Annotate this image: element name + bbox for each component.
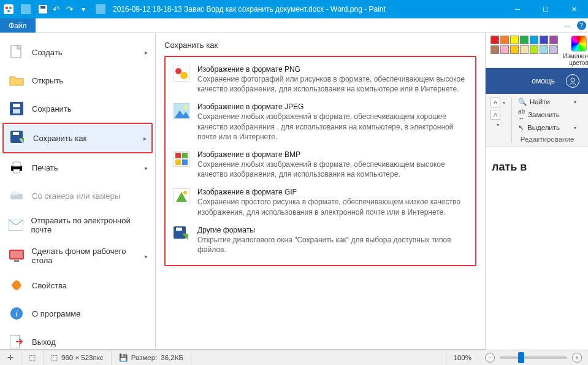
maximize-button[interactable]: ☐: [532, 0, 560, 18]
account-icon[interactable]: [566, 74, 579, 88]
editing-group: 🔍Найти▾ ab↔Заменить ↖Выделить▾ Редактиро…: [518, 98, 576, 143]
close-button[interactable]: ✕: [560, 0, 588, 18]
menu-scanner-label: Со сканера или камеры: [32, 191, 120, 201]
menu-email[interactable]: Отправить по электронной почте: [2, 210, 153, 240]
svg-rect-17: [12, 191, 18, 195]
ribbon-tab-row: Файл ︿ ?: [0, 18, 588, 33]
qat-undo-icon[interactable]: ↶: [52, 4, 61, 14]
menu-save[interactable]: Сохранить: [2, 94, 153, 123]
color-swatch[interactable]: [491, 45, 499, 54]
file-menu-right: Сохранить как Изображение в формате PNGС…: [156, 33, 485, 349]
edit-colors-button[interactable]: Изменение цветов: [563, 36, 588, 66]
window-title: 2016-09-12 18-18-13 Завис Ворд как сохра…: [109, 5, 503, 13]
select-icon: ↖: [518, 123, 524, 132]
exit-icon: [9, 334, 25, 350]
menu-desktop[interactable]: Сделать фоном рабочего стола ▸: [2, 240, 153, 271]
saveas-jpeg[interactable]: Изображение в формате JPEGСохранение люб…: [170, 98, 470, 146]
zoom-slider[interactable]: [500, 356, 567, 359]
right-panel: Изменение цветов омощь A▾ A ▾ 🔍Найти▾ ab…: [486, 33, 588, 350]
saveas-icon: [10, 130, 26, 146]
menu-saveas[interactable]: Сохранить как ▸: [2, 123, 153, 153]
png-icon: [173, 65, 190, 82]
word-ribbon-strip: омощь: [486, 68, 588, 94]
saveas-png[interactable]: Изображение в формате PNGСохранение фото…: [170, 61, 470, 98]
svg-point-38: [183, 191, 187, 194]
select-button[interactable]: ↖Выделить▾: [518, 123, 576, 132]
file-menu-left: Создать ▸ Открыть Сохранить Сохранить ка…: [0, 33, 156, 349]
qat-redo-icon[interactable]: ↷: [65, 4, 75, 14]
find-button[interactable]: 🔍Найти▾: [518, 98, 576, 106]
svg-rect-34: [175, 159, 181, 165]
color-wheel-icon: [571, 36, 587, 52]
color-swatch[interactable]: [491, 36, 499, 44]
disk-icon: 💾: [119, 353, 128, 362]
menu-new[interactable]: Создать ▸: [2, 38, 153, 66]
svg-point-27: [180, 72, 188, 79]
color-swatch[interactable]: [500, 36, 509, 44]
crosshair-icon: ✛: [7, 353, 13, 362]
saveas-gif[interactable]: Изображение в формате GIFСохранение прос…: [170, 183, 470, 221]
svg-rect-21: [14, 260, 19, 262]
style-icon[interactable]: A: [491, 98, 500, 107]
menu-print-label: Печать: [32, 163, 58, 172]
svg-rect-15: [13, 169, 20, 173]
document-fragment: лать в: [486, 147, 588, 187]
chevron-right-icon: ▸: [143, 135, 147, 142]
menu-print[interactable]: Печать ▸: [2, 153, 153, 182]
menu-about-label: О программе: [32, 309, 81, 318]
zoom-out-button[interactable]: −: [485, 353, 495, 363]
paint-app-icon: [4, 4, 13, 14]
other-formats-icon: [173, 226, 190, 243]
svg-point-3: [7, 10, 10, 12]
svg-rect-40: [176, 228, 182, 231]
replace-icon: ab↔: [518, 108, 525, 121]
word-help-fragment: омощь: [532, 77, 555, 85]
status-cursor: ✛: [0, 350, 21, 365]
menu-open[interactable]: Открыть: [2, 66, 153, 94]
style-icon-2[interactable]: A: [491, 110, 500, 120]
color-swatch[interactable]: [520, 45, 529, 54]
print-icon: [9, 159, 25, 175]
svg-rect-14: [13, 162, 20, 166]
zoom-control[interactable]: − +: [479, 353, 588, 363]
status-selection: ⬚: [21, 350, 44, 365]
help-button[interactable]: ?: [575, 18, 588, 33]
color-swatch[interactable]: [540, 45, 548, 54]
chevron-right-icon: ▸: [145, 253, 148, 259]
color-swatch[interactable]: [530, 36, 538, 44]
new-icon: [9, 44, 25, 60]
color-swatch[interactable]: [540, 36, 548, 44]
menu-desktop-label: Сделать фоном рабочего стола: [31, 247, 147, 265]
saveas-bmp[interactable]: Изображение в формате BMPСохранение любы…: [170, 146, 470, 183]
menu-about[interactable]: i О программе: [2, 299, 153, 328]
color-swatch[interactable]: [500, 45, 509, 54]
desktop-icon: [9, 248, 24, 264]
menu-properties[interactable]: Свойства: [2, 271, 153, 299]
replace-button[interactable]: ab↔Заменить: [518, 108, 576, 121]
svg-rect-0: [4, 4, 13, 14]
color-palette: Изменение цветов: [486, 33, 588, 68]
menu-properties-label: Свойства: [32, 281, 67, 290]
color-swatch[interactable]: [530, 45, 538, 54]
color-swatch[interactable]: [549, 45, 558, 54]
saveas-submenu: Изображение в формате PNGСохранение фото…: [164, 56, 476, 266]
svg-rect-10: [13, 109, 20, 113]
file-tab[interactable]: Файл: [0, 18, 36, 33]
menu-email-label: Отправить по электронной почте: [31, 216, 147, 234]
svg-rect-5: [40, 6, 45, 9]
about-icon: i: [9, 305, 25, 321]
color-swatch[interactable]: [520, 36, 529, 44]
menu-save-label: Сохранить: [32, 104, 72, 113]
saveas-other[interactable]: Другие форматыОткрытие диалогового окна …: [170, 221, 470, 259]
ribbon-collapse-icon[interactable]: ︿: [561, 18, 575, 33]
minimize-button[interactable]: ─: [503, 0, 532, 18]
status-dimensions: ⬚960 × 523пкс: [44, 350, 112, 365]
bmp-icon: [173, 150, 190, 167]
qat-customize-icon[interactable]: ▾: [78, 4, 88, 14]
color-swatch[interactable]: [510, 45, 519, 54]
color-swatch[interactable]: [549, 36, 558, 44]
color-swatch[interactable]: [510, 36, 519, 44]
qat-save-icon[interactable]: [38, 4, 48, 14]
svg-point-2: [9, 7, 12, 9]
zoom-in-button[interactable]: +: [572, 353, 582, 363]
